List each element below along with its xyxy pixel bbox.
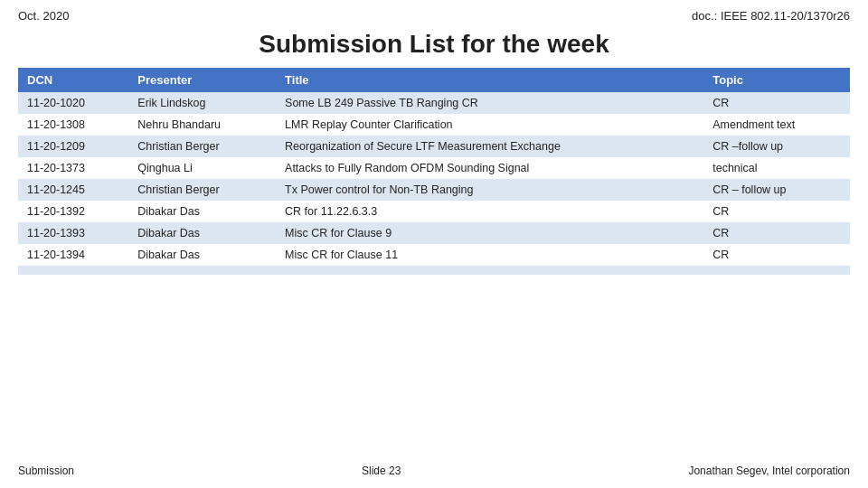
cell-topic: CR <box>703 201 850 222</box>
cell-title: CR for 11.22.6.3.3 <box>276 201 703 222</box>
cell-presenter: Christian Berger <box>128 179 276 201</box>
cell-presenter: Erik Lindskog <box>128 92 276 114</box>
cell-title: Misc CR for Clause 9 <box>276 222 703 244</box>
table-row: 11-20-1308Nehru BhandaruLMR Replay Count… <box>18 114 850 136</box>
table-row: 11-20-1393Dibakar DasMisc CR for Clause … <box>18 222 850 244</box>
cell-topic <box>703 266 850 275</box>
table-row: 11-20-1392Dibakar DasCR for 11.22.6.3.3C… <box>18 201 850 222</box>
col-header-topic: Topic <box>703 68 850 92</box>
page-title: Submission List for the week <box>0 30 868 59</box>
table-container: DCN Presenter Title Topic 11-20-1020Erik… <box>0 68 868 275</box>
cell-dcn: 11-20-1394 <box>18 244 128 266</box>
header-bar: Oct. 2020 doc.: IEEE 802.11-20/1370r26 <box>0 0 868 26</box>
footer-center: Slide 23 <box>362 465 401 477</box>
cell-presenter: Qinghua Li <box>128 157 276 179</box>
cell-presenter: Dibakar Das <box>128 244 276 266</box>
cell-title: Some LB 249 Passive TB Ranging CR <box>276 92 703 114</box>
cell-dcn: 11-20-1393 <box>18 222 128 244</box>
footer-right: Jonathan Segev, Intel corporation <box>688 465 850 477</box>
col-header-presenter: Presenter <box>128 68 276 92</box>
cell-presenter: Nehru Bhandaru <box>128 114 276 136</box>
cell-title: Misc CR for Clause 11 <box>276 244 703 266</box>
table-row: 11-20-1209Christian BergerReorganization… <box>18 136 850 157</box>
cell-presenter: Dibakar Das <box>128 201 276 222</box>
col-header-dcn: DCN <box>18 68 128 92</box>
table-row <box>18 266 850 275</box>
date-label: Oct. 2020 <box>18 9 69 23</box>
cell-dcn: 11-20-1373 <box>18 157 128 179</box>
cell-dcn <box>18 266 128 275</box>
cell-presenter: Christian Berger <box>128 136 276 157</box>
cell-presenter <box>128 266 276 275</box>
table-row: 11-20-1020Erik LindskogSome LB 249 Passi… <box>18 92 850 114</box>
table-row: 11-20-1245Christian BergerTx Power contr… <box>18 179 850 201</box>
cell-topic: Amendment text <box>703 114 850 136</box>
cell-dcn: 11-20-1020 <box>18 92 128 114</box>
cell-topic: CR <box>703 92 850 114</box>
table-header-row: DCN Presenter Title Topic <box>18 68 850 92</box>
cell-dcn: 11-20-1209 <box>18 136 128 157</box>
footer-left: Submission <box>18 465 74 477</box>
cell-topic: CR –follow up <box>703 136 850 157</box>
cell-dcn: 11-20-1308 <box>18 114 128 136</box>
cell-topic: CR <box>703 222 850 244</box>
doc-ref-label: doc.: IEEE 802.11-20/1370r26 <box>692 9 850 23</box>
cell-topic: CR – follow up <box>703 179 850 201</box>
submission-table: DCN Presenter Title Topic 11-20-1020Erik… <box>18 68 850 275</box>
col-header-title: Title <box>276 68 703 92</box>
footer: Submission Slide 23 Jonathan Segev, Inte… <box>0 465 868 477</box>
cell-dcn: 11-20-1392 <box>18 201 128 222</box>
cell-title: Reorganization of Secure LTF Measurement… <box>276 136 703 157</box>
cell-dcn: 11-20-1245 <box>18 179 128 201</box>
table-row: 11-20-1373Qinghua LiAttacks to Fully Ran… <box>18 157 850 179</box>
cell-topic: CR <box>703 244 850 266</box>
cell-title <box>276 266 703 275</box>
table-row: 11-20-1394Dibakar DasMisc CR for Clause … <box>18 244 850 266</box>
cell-topic: technical <box>703 157 850 179</box>
cell-title: LMR Replay Counter Clarification <box>276 114 703 136</box>
cell-title: Tx Power control for Non-TB Ranging <box>276 179 703 201</box>
cell-title: Attacks to Fully Random OFDM Sounding Si… <box>276 157 703 179</box>
cell-presenter: Dibakar Das <box>128 222 276 244</box>
